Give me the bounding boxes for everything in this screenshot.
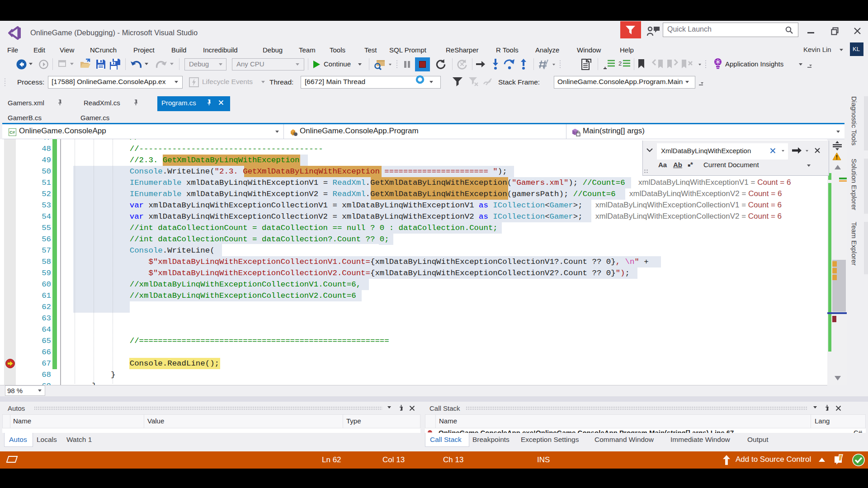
svg-text:2: 2	[618, 60, 622, 67]
